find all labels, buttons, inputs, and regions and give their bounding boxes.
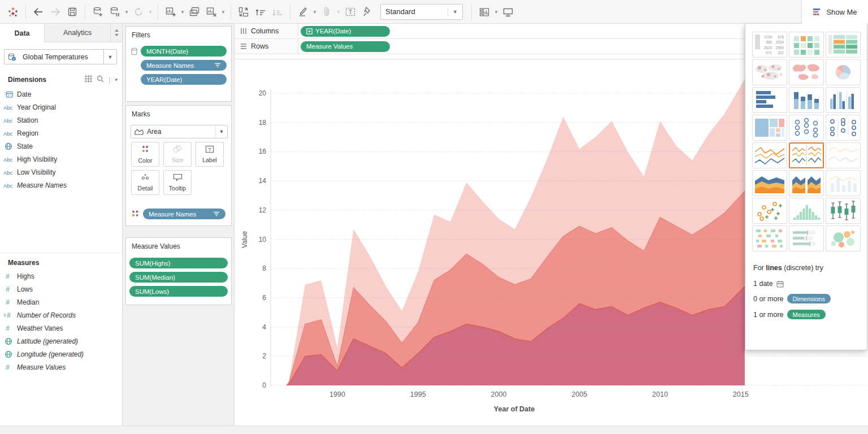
show-me-discrete-lines[interactable] xyxy=(789,142,824,168)
measure-field-measure-values[interactable]: #Measure Values xyxy=(0,361,122,374)
show-me-packed-bubbles[interactable] xyxy=(826,225,861,251)
fit-mode-select[interactable]: Standard ▼ xyxy=(380,4,463,20)
show-me-button[interactable]: Show Me xyxy=(801,0,868,24)
globe-green-icon xyxy=(0,350,17,358)
pill-year-date-filter[interactable]: YEAR(Date) xyxy=(141,74,227,85)
expand-icon[interactable] xyxy=(306,28,313,34)
sort-ascending-button[interactable] xyxy=(252,0,269,24)
show-me-dual-combination[interactable] xyxy=(826,170,861,196)
show-me-text-table[interactable]: 1234678368303426202559971322 xyxy=(752,32,787,58)
dimension-field-low-visibility[interactable]: AbcLow Visibility xyxy=(0,166,122,179)
dimension-field-region[interactable]: AbcRegion xyxy=(0,127,122,140)
pill-sum-highs-mv[interactable]: SUM(Highs) xyxy=(129,258,228,268)
pane-collapse-icon[interactable] xyxy=(110,24,122,42)
color-label: Color xyxy=(138,157,152,164)
show-me-symbol-map[interactable] xyxy=(752,59,787,85)
measure-field-longitude-generated[interactable]: Longitude (generated) xyxy=(0,348,122,361)
dimension-field-measure-names[interactable]: AbcMeasure Names xyxy=(0,179,122,192)
presentation-mode-button[interactable] xyxy=(500,0,517,24)
show-hide-cards-caret[interactable]: ▾ xyxy=(493,0,500,24)
show-me-horizontal-bars[interactable] xyxy=(752,87,787,113)
hash-eq-icon: # xyxy=(0,311,17,319)
pill-year-date-columns[interactable]: YEAR(Date) xyxy=(301,26,390,37)
show-me-scatter-plot[interactable] xyxy=(752,198,787,224)
duplicate-sheet-button[interactable] xyxy=(186,0,203,24)
pill-month-date-filter[interactable]: MONTH(Date) xyxy=(141,46,227,57)
dimensions-menu-caret[interactable]: ▾ xyxy=(115,77,118,83)
dimension-field-station[interactable]: AbcStation xyxy=(0,114,122,127)
svg-text:Abc: Abc xyxy=(3,131,13,137)
dimension-field-date[interactable]: Date xyxy=(0,88,122,101)
measure-field-weather-vanes[interactable]: #Weather Vanes xyxy=(0,322,122,335)
show-me-circle-views[interactable] xyxy=(789,115,824,141)
measure-field-number-of-records[interactable]: #Number of Records xyxy=(0,309,122,322)
show-me-heat-map[interactable] xyxy=(826,32,861,58)
field-label: State xyxy=(17,142,33,150)
undo-button[interactable] xyxy=(30,0,47,24)
highlight-caret[interactable]: ▾ xyxy=(311,0,318,24)
pill-sum-median-mv[interactable]: SUM(Median) xyxy=(129,272,228,283)
pill-measure-values-rows[interactable]: Measure Values xyxy=(301,41,390,52)
run-update-button[interactable] xyxy=(130,0,147,24)
show-me-box-and-whisker[interactable] xyxy=(826,198,861,224)
dimension-field-high-visibility[interactable]: AbcHigh Visibility xyxy=(0,153,122,166)
fix-axes-pin-button[interactable] xyxy=(359,0,376,24)
show-me-treemap[interactable] xyxy=(752,115,787,141)
new-worksheet-button[interactable] xyxy=(162,0,179,24)
save-button[interactable] xyxy=(64,0,81,24)
sort-descending-button[interactable] xyxy=(269,0,286,24)
clear-sheet-button[interactable] xyxy=(203,0,220,24)
tab-analytics[interactable]: Analytics xyxy=(44,24,110,42)
measure-field-latitude-generated[interactable]: Latitude (generated) xyxy=(0,335,122,348)
show-me-histogram[interactable] xyxy=(789,198,824,224)
redo-button[interactable] xyxy=(47,0,64,24)
show-mark-labels-button[interactable]: T xyxy=(342,0,359,24)
measure-field-lows[interactable]: #Lows xyxy=(0,283,122,296)
view-data-grid-icon[interactable] xyxy=(85,75,92,84)
rows-shelf-label: Rows xyxy=(235,39,298,54)
datasource-caret[interactable]: ▼ xyxy=(103,50,116,64)
group-members-button[interactable] xyxy=(318,0,335,24)
label-button[interactable]: TLabel xyxy=(196,142,224,167)
measure-field-median[interactable]: #Median xyxy=(0,296,122,309)
cards-pane: Filters MONTH(Date)Measure NamesYEAR(Dat… xyxy=(123,24,235,426)
highlight-button[interactable] xyxy=(294,0,311,24)
measure-field-highs[interactable]: #Highs xyxy=(0,270,122,283)
tab-data[interactable]: Data xyxy=(0,24,44,42)
dimension-field-year-original[interactable]: AbcYear Original xyxy=(0,101,122,114)
find-field-icon[interactable] xyxy=(97,75,104,84)
pill-measure-names-marks[interactable]: Measure Names xyxy=(143,209,225,219)
pause-auto-updates-caret[interactable]: ▾ xyxy=(123,0,130,24)
group-members-caret[interactable]: ▾ xyxy=(335,0,342,24)
show-me-continuous-area[interactable] xyxy=(752,170,787,196)
label-label: Label xyxy=(202,157,217,163)
show-me-highlight-table[interactable] xyxy=(789,32,824,58)
pause-auto-updates-button[interactable] xyxy=(106,0,123,24)
show-me-side-by-side-bars[interactable] xyxy=(826,87,861,113)
show-me-dual-lines[interactable] xyxy=(826,142,861,168)
tooltip-button[interactable]: Tooltip xyxy=(163,170,192,195)
detail-button[interactable]: Detail xyxy=(131,170,159,195)
pill-measure-names-filter[interactable]: Measure Names xyxy=(141,60,227,71)
new-worksheet-caret[interactable]: ▾ xyxy=(179,0,186,24)
show-me-side-by-side-circles[interactable] xyxy=(826,115,861,141)
color-button[interactable]: Color xyxy=(131,142,159,167)
show-me-pie-chart[interactable] xyxy=(826,59,861,85)
show-me-filled-map[interactable] xyxy=(789,59,824,85)
clear-sheet-caret[interactable]: ▾ xyxy=(220,0,227,24)
run-update-caret[interactable]: ▾ xyxy=(147,0,154,24)
dimension-field-state[interactable]: State xyxy=(0,140,122,153)
datasource-selector[interactable]: Global Temperatures ▼ xyxy=(4,49,117,64)
show-me-stacked-bars[interactable] xyxy=(789,87,824,113)
hint-date-requirement: 1 date xyxy=(753,280,773,288)
show-me-discrete-area[interactable] xyxy=(789,170,824,196)
new-datasource-button[interactable] xyxy=(89,0,106,24)
show-me-bullet-graph[interactable] xyxy=(789,225,824,251)
size-button[interactable]: Size xyxy=(163,142,192,167)
show-hide-cards-button[interactable] xyxy=(476,0,493,24)
mark-type-dropdown[interactable]: Area ▼ xyxy=(131,125,228,138)
show-me-gantt[interactable] xyxy=(752,225,787,251)
show-me-continuous-lines[interactable] xyxy=(752,142,787,168)
pill-sum-lows-mv[interactable]: SUM(Lows) xyxy=(129,286,228,297)
swap-rows-columns-button[interactable] xyxy=(235,0,252,24)
